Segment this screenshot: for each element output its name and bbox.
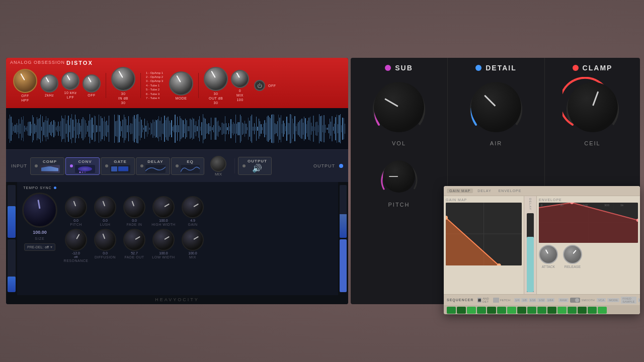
hiwidth-val: 100.0 [159, 219, 168, 222]
seq-pad-0[interactable] [447, 307, 456, 314]
seq-pad-1[interactable] [457, 307, 466, 314]
detail-dot [475, 65, 481, 71]
mode-label[interactable]: MODE [607, 298, 619, 302]
seq-pad-5[interactable] [497, 307, 506, 314]
seq-pad-13[interactable] [578, 307, 587, 314]
eq-button[interactable]: EQ [171, 157, 204, 175]
khz10-label: 10 kHz [64, 91, 77, 95]
seq-pad-4[interactable] [487, 307, 496, 314]
hpf-knob[interactable] [13, 69, 37, 93]
seq-ctrl-1[interactable]: ⬛ [477, 298, 481, 303]
outdb-label-30: 30 [214, 92, 218, 96]
hiwidth-knob[interactable] [152, 196, 175, 218]
tab-envelope[interactable]: ENVELOPE [496, 189, 524, 193]
pitch-knob-wrap [379, 156, 419, 197]
off-knob[interactable] [83, 74, 101, 93]
divider-2 [140, 73, 141, 98]
seq-pad-7[interactable] [517, 307, 526, 314]
output-button[interactable]: OUTPUT 🔊 [238, 157, 272, 175]
mode-knob-wrap: MODE [169, 71, 193, 100]
fixed-sample-label[interactable]: FIXED SAMPLE [621, 297, 636, 304]
comp-button[interactable]: COMP [30, 157, 64, 175]
fx-mix-knob[interactable] [210, 156, 226, 172]
gr-label[interactable]: GR [638, 298, 640, 302]
sub-column: SUB VOL [351, 58, 448, 229]
pitch-inner-knob[interactable] [383, 160, 415, 193]
right-bar-2 [340, 239, 347, 292]
smooth-label: SMOOTH [582, 299, 595, 302]
envelope-canvas: 0 30 100 300 1k [539, 203, 638, 243]
mix-label: MIX [236, 94, 244, 97]
indb-knob[interactable] [111, 67, 135, 91]
gate-button[interactable]: GATE [101, 157, 135, 175]
smooth-knob[interactable] [570, 298, 580, 303]
mode-knob[interactable] [169, 71, 193, 96]
clamp-knob[interactable] [568, 82, 618, 132]
seq-pad-2[interactable] [467, 307, 476, 314]
fadein-name: FADE IN [127, 223, 142, 226]
outdb-knob[interactable] [204, 67, 228, 91]
mix-reverb-name: MIX [189, 255, 196, 259]
subdiv-1[interactable]: 1/4 [514, 298, 520, 302]
seq-pad-6[interactable] [507, 307, 516, 314]
eq-dot [176, 164, 179, 167]
conv-button[interactable]: CONV [65, 157, 100, 175]
lowwidth-knob[interactable] [152, 229, 175, 251]
khz10-knob[interactable] [61, 72, 79, 90]
fadeout-knob-cell: 52.7 FADE OUT [121, 229, 148, 262]
diffusion-name: DIFFUSION [95, 255, 116, 259]
gate-label: GATE [114, 159, 127, 164]
khz10-knob-wrap: 10 kHz LPF [61, 72, 79, 99]
subdiv-2[interactable]: 1/8 [521, 298, 527, 302]
seq-ctrl-2[interactable] [493, 298, 499, 303]
vca-mode-section: VCA MODE FIXED SAMPLE GR LP NP [597, 297, 640, 304]
mode-label: MODE [176, 97, 187, 100]
fx-mix-wrap: MIX [210, 156, 226, 176]
subdiv-3[interactable]: 1/16 [529, 298, 537, 302]
sub-knob[interactable] [374, 82, 424, 132]
fadeout-knob[interactable] [123, 229, 145, 251]
seq-pad-12[interactable] [568, 307, 577, 314]
gain-map-section: GAIN MAP [444, 196, 524, 294]
seq-pad-3[interactable] [477, 307, 486, 314]
tab-gain-map[interactable]: GAIN MAP [447, 189, 473, 193]
resonance-knob[interactable] [65, 229, 87, 251]
seq-pad-8[interactable] [527, 307, 536, 314]
off-knob-wrap: OFF [83, 74, 101, 97]
subdiv-5[interactable]: 1/64 [546, 298, 554, 302]
seq-pad-14[interactable] [588, 307, 597, 314]
seq-pad-10[interactable] [547, 307, 556, 314]
fadein-knob[interactable] [123, 196, 145, 218]
gain-knob[interactable] [182, 196, 204, 218]
khz2-knob[interactable] [40, 74, 58, 93]
pre-del-select[interactable]: PRE-DEL: off ▾ [24, 243, 55, 251]
mix-knob[interactable] [231, 70, 249, 88]
plugin-name: DISTOX [66, 60, 93, 66]
pitch-reverb-knob[interactable] [65, 196, 87, 218]
power-button[interactable]: ⏻ [254, 80, 265, 91]
release-knob[interactable] [563, 245, 582, 264]
lush-knob-cell: 0.0 LUSH [92, 196, 119, 226]
seq-pad-9[interactable] [537, 307, 546, 314]
conv-dot [70, 164, 73, 167]
envelope-title: ENVELOPE [539, 198, 638, 202]
lush-knob[interactable] [94, 196, 116, 218]
attack-knob[interactable] [539, 245, 558, 264]
detail-knob[interactable] [471, 82, 521, 132]
conv-label: CONV [78, 159, 92, 164]
tab-delay[interactable]: DELAY [475, 189, 494, 193]
fx-divider [234, 158, 235, 173]
left-plugin-panel: ANALOG OBSESSION DISTOX OFF HPF 2kHz 10 … [6, 58, 348, 304]
delay-button[interactable]: DELAY [136, 157, 170, 175]
seq-pad-15[interactable] [598, 307, 607, 314]
vca-label[interactable]: VCA [597, 298, 606, 302]
mix-reverb-knob[interactable] [182, 229, 204, 251]
attack-label: ATTACK [542, 265, 555, 268]
distox-header: ANALOG OBSESSION DISTOX OFF HPF 2kHz 10 … [6, 58, 348, 108]
raw-btn[interactable]: RAW [558, 298, 569, 302]
tempo-sync-label: TEMPO SYNC [23, 186, 51, 190]
subdiv-4[interactable]: 1/32 [537, 298, 545, 302]
size-knob[interactable] [22, 193, 57, 228]
seq-pad-11[interactable] [557, 307, 567, 314]
diffusion-knob[interactable] [94, 229, 116, 251]
